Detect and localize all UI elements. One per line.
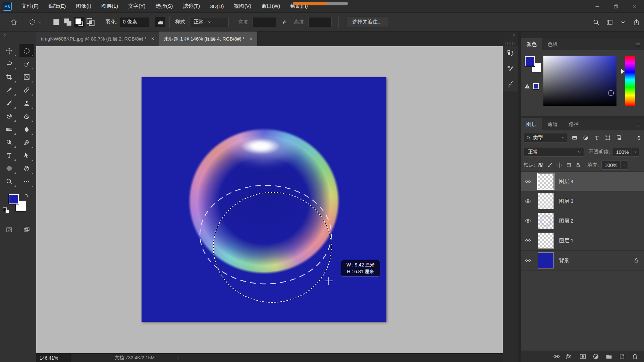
layer-visibility-eye-icon[interactable] bbox=[521, 191, 535, 211]
menu-item[interactable]: 3D(D) bbox=[205, 0, 229, 12]
sel-new-button[interactable] bbox=[51, 17, 62, 27]
blend-mode-select[interactable]: 正常 bbox=[524, 147, 584, 157]
document-canvas[interactable]: W : 9.42 厘米 H : 6.81 厘米 bbox=[142, 77, 386, 322]
shape-tool[interactable] bbox=[2, 162, 17, 175]
menu-item[interactable]: 图像(I) bbox=[71, 0, 96, 12]
layer-thumbnail[interactable] bbox=[538, 252, 554, 268]
layer-visibility-eye-icon[interactable] bbox=[521, 211, 535, 231]
history-brush-tool[interactable] bbox=[2, 110, 17, 123]
swap-colors-icon[interactable] bbox=[24, 193, 29, 199]
gamut-warning-swatch[interactable] bbox=[533, 83, 539, 89]
layer-thumbnail[interactable] bbox=[538, 173, 554, 189]
menu-item[interactable]: 窗口(W) bbox=[256, 0, 285, 12]
layer-visibility-eye-icon[interactable] bbox=[521, 231, 535, 251]
more-tools[interactable] bbox=[19, 175, 34, 188]
toolbar-collapse-button[interactable] bbox=[0, 32, 36, 39]
zoom-level-input[interactable]: 146.41% bbox=[36, 354, 71, 362]
share-icon[interactable] bbox=[631, 17, 641, 27]
tab-路径[interactable]: 路径 bbox=[563, 118, 584, 130]
gradient-tool[interactable] bbox=[2, 123, 17, 136]
link-icon[interactable] bbox=[553, 353, 560, 360]
tab-通道[interactable]: 通道 bbox=[542, 118, 563, 130]
tab-图层[interactable]: 图层 bbox=[521, 118, 542, 130]
tab-色板[interactable]: 色板 bbox=[542, 38, 563, 50]
layer-row[interactable]: 背景 bbox=[521, 251, 644, 270]
sel-intersect-button[interactable] bbox=[85, 17, 96, 27]
trash-icon[interactable] bbox=[632, 353, 639, 360]
eyedropper-tool[interactable] bbox=[2, 83, 17, 97]
height-input[interactable] bbox=[308, 17, 332, 27]
clone-stamp-tool[interactable] bbox=[19, 97, 34, 110]
type-tool[interactable] bbox=[2, 149, 17, 162]
pen-tool[interactable] bbox=[19, 136, 34, 149]
frame-tool[interactable] bbox=[19, 70, 34, 83]
menu-item[interactable]: 文字(Y) bbox=[123, 0, 151, 12]
default-colors-icon[interactable] bbox=[3, 207, 10, 214]
quick-mask-button[interactable] bbox=[2, 224, 17, 236]
tool-preset-chevron-icon[interactable] bbox=[37, 17, 43, 27]
feather-input[interactable]: 0 像素 bbox=[120, 17, 149, 27]
folder-icon[interactable] bbox=[605, 353, 612, 360]
dodge-tool[interactable] bbox=[2, 136, 17, 149]
fx-icon[interactable]: fx bbox=[566, 353, 573, 360]
width-input[interactable] bbox=[253, 17, 276, 27]
menu-item[interactable]: 视图(V) bbox=[229, 0, 257, 12]
opacity-chevron-icon[interactable] bbox=[632, 147, 639, 157]
type-filter[interactable] bbox=[592, 134, 601, 142]
swap-dimensions-icon[interactable] bbox=[279, 17, 289, 27]
image-filter[interactable] bbox=[570, 134, 579, 142]
screen-mode-button[interactable] bbox=[19, 224, 34, 236]
lock-paint[interactable] bbox=[546, 161, 554, 169]
lock-transparent[interactable] bbox=[536, 161, 544, 169]
path-select-tool[interactable] bbox=[19, 149, 34, 162]
filter-toggle-switch[interactable] bbox=[636, 133, 641, 142]
color-field[interactable] bbox=[543, 56, 616, 106]
lock-artboard[interactable] bbox=[565, 161, 573, 169]
brush-settings-panel-button[interactable] bbox=[503, 61, 518, 76]
zoom-tool[interactable] bbox=[2, 175, 17, 188]
layer-thumbnail[interactable] bbox=[538, 193, 554, 209]
home-icon[interactable] bbox=[9, 17, 19, 27]
search-icon[interactable] bbox=[591, 17, 601, 27]
blur-tool[interactable] bbox=[19, 123, 34, 136]
menu-item[interactable]: 选择(S) bbox=[151, 0, 178, 12]
mask-icon[interactable] bbox=[579, 353, 586, 360]
menu-item[interactable]: 编辑(E) bbox=[44, 0, 71, 12]
color-panel-foreground-swatch[interactable] bbox=[525, 56, 535, 66]
layer-row[interactable]: 图层 4 bbox=[521, 172, 644, 191]
layer-row[interactable]: 图层 1 bbox=[521, 231, 644, 251]
chevron-down-icon[interactable] bbox=[618, 17, 628, 27]
tool-preset-icon[interactable] bbox=[27, 17, 37, 27]
new-layer-icon[interactable] bbox=[619, 353, 626, 360]
panel-menu-icon[interactable] bbox=[635, 42, 641, 48]
opacity-input[interactable]: 100% bbox=[613, 147, 632, 157]
minimize-icon[interactable] bbox=[588, 0, 606, 13]
layer-thumbnail[interactable] bbox=[538, 233, 554, 249]
panel-menu-icon[interactable] bbox=[635, 122, 641, 128]
tab-颜色[interactable]: 颜色 bbox=[521, 38, 542, 50]
fill-chevron-icon[interactable] bbox=[621, 160, 628, 170]
workspace-icon[interactable] bbox=[604, 17, 614, 27]
hue-slider-arrow[interactable] bbox=[621, 69, 625, 74]
brush-tool[interactable] bbox=[2, 97, 17, 110]
foreground-color-swatch[interactable] bbox=[9, 194, 19, 204]
layer-visibility-eye-icon[interactable] bbox=[521, 172, 535, 191]
anti-alias-histogram-icon[interactable] bbox=[155, 17, 165, 27]
lock-position[interactable] bbox=[555, 161, 563, 169]
shape-filter[interactable] bbox=[603, 134, 612, 142]
style-select[interactable]: 正常 bbox=[189, 17, 229, 27]
layer-filter-select[interactable]: 类型 bbox=[524, 133, 568, 142]
adjustment-icon[interactable] bbox=[581, 134, 590, 142]
ellipse-marquee-tool[interactable] bbox=[19, 44, 34, 57]
eraser-tool[interactable] bbox=[19, 110, 34, 123]
document-tab[interactable]: 未标题-1 @ 146% (图层 4, RGB/8#) *× bbox=[159, 32, 258, 46]
layer-thumbnail[interactable] bbox=[538, 213, 554, 229]
document-tab[interactable]: timgNW606KPL.jpg @ 80.7% (图层 2, RGB/8#) … bbox=[36, 32, 159, 46]
sel-add-button[interactable] bbox=[62, 17, 73, 27]
menu-item[interactable]: 滤镜(T) bbox=[178, 0, 205, 12]
brush-presets-panel-button[interactable] bbox=[503, 76, 518, 92]
status-options-chevron-icon[interactable] bbox=[175, 356, 180, 360]
restore-icon[interactable] bbox=[606, 0, 625, 13]
layer-visibility-eye-icon[interactable] bbox=[521, 251, 535, 270]
crop-tool[interactable] bbox=[2, 70, 17, 83]
